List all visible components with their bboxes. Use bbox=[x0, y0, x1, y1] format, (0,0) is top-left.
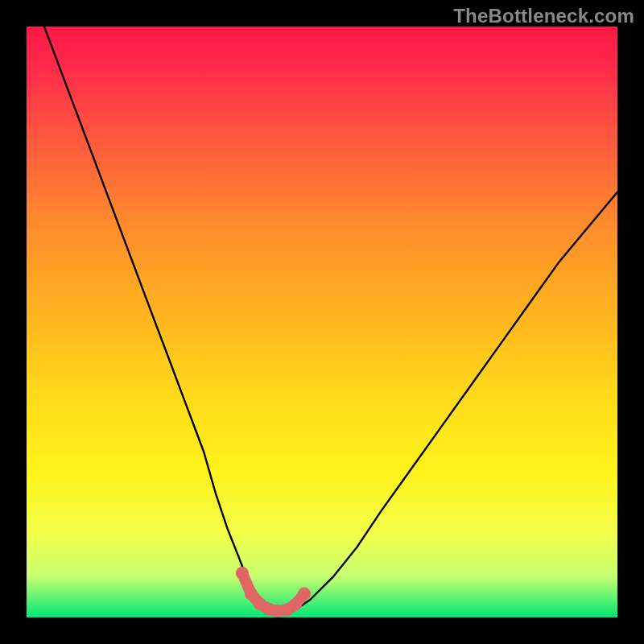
watermark-text: TheBottleneck.com bbox=[453, 5, 634, 27]
gradient-background bbox=[27, 27, 617, 617]
chart-frame: TheBottleneck.com bbox=[0, 0, 644, 644]
chart-svg bbox=[27, 27, 617, 617]
highlight-dot bbox=[298, 588, 311, 601]
chart-plot-area bbox=[27, 27, 617, 617]
highlight-dot bbox=[245, 588, 258, 601]
highlight-dot bbox=[236, 567, 249, 580]
highlight-dot bbox=[289, 598, 302, 611]
